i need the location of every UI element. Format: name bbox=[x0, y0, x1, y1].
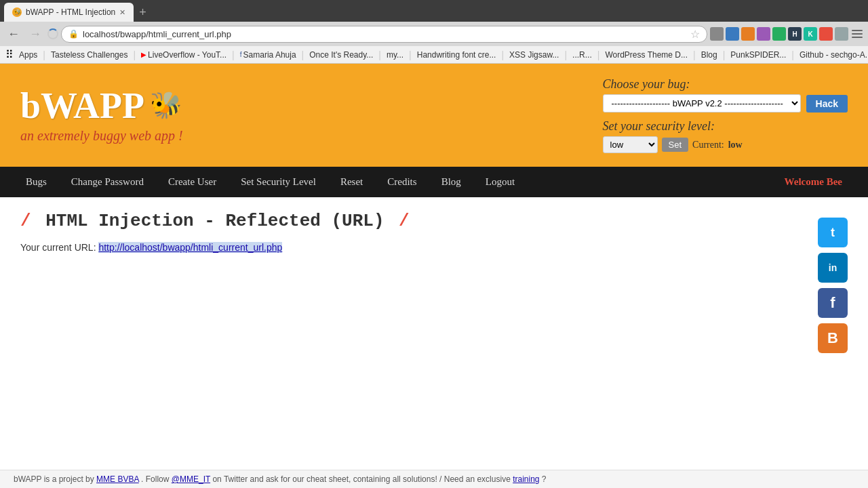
set-button[interactable]: Set bbox=[662, 138, 689, 152]
bm-sep-5: | bbox=[378, 49, 381, 60]
extension-icon-5[interactable] bbox=[772, 27, 786, 41]
footer: bWAPP is a project by MME BVBA . Follow … bbox=[0, 470, 868, 488]
linkedin-button[interactable]: in bbox=[818, 253, 848, 283]
bookmarks-bar: ⠿ Apps | Tasteless Challenges | ▶ LiveOv… bbox=[0, 46, 868, 64]
footer-twitter-link[interactable]: @MME_IT bbox=[172, 474, 210, 484]
bm-sep-6: | bbox=[409, 49, 412, 60]
bm-xss[interactable]: XSS Jigsaw... bbox=[509, 50, 559, 60]
extension-icon-9[interactable] bbox=[835, 27, 848, 41]
current-value: low bbox=[728, 140, 743, 150]
hack-button[interactable]: Hack bbox=[806, 95, 848, 113]
bm-sep-12: | bbox=[791, 49, 794, 60]
nav-menu: Bugs Change Password Create User Set Sec… bbox=[0, 167, 868, 197]
title-slash-1: / bbox=[20, 211, 31, 231]
blogger-icon: B bbox=[827, 329, 838, 347]
extension-icon-6[interactable]: H bbox=[788, 27, 802, 41]
url-info: Your current URL: http://localhost/bwapp… bbox=[20, 242, 804, 253]
page-title: / HTML Injection - Reflected (URL) / bbox=[20, 211, 804, 231]
footer-text-after: on Twitter and ask for our cheat sheet, … bbox=[212, 474, 510, 484]
nav-logout[interactable]: Logout bbox=[473, 167, 527, 197]
tab-close-icon[interactable]: ✕ bbox=[119, 8, 125, 17]
nav-bugs[interactable]: Bugs bbox=[14, 167, 59, 197]
new-tab-button[interactable]: + bbox=[134, 5, 152, 20]
blogger-button[interactable]: B bbox=[818, 323, 848, 353]
extension-icon-8[interactable] bbox=[819, 27, 833, 41]
facebook-icon: f bbox=[830, 294, 835, 312]
forward-button[interactable]: → bbox=[26, 26, 45, 43]
bm-sep-9: | bbox=[597, 49, 600, 60]
footer-text-middle: . Follow bbox=[141, 474, 172, 484]
tab-title: bWAPP - HTML Injection bbox=[26, 7, 115, 17]
apps-label[interactable]: Apps bbox=[19, 50, 37, 60]
bm-r[interactable]: ...R... bbox=[572, 50, 592, 60]
tab-favicon: 🐝 bbox=[12, 7, 22, 17]
footer-training-link[interactable]: training bbox=[513, 474, 539, 484]
nav-change-password[interactable]: Change Password bbox=[59, 167, 156, 197]
nav-blog[interactable]: Blog bbox=[429, 167, 473, 197]
active-tab[interactable]: 🐝 bWAPP - HTML Injection ✕ bbox=[4, 3, 134, 22]
security-section: Set your security level: low medium high… bbox=[603, 119, 743, 153]
bm-sep-3: | bbox=[232, 49, 235, 60]
bm-blog[interactable]: Blog bbox=[701, 50, 717, 60]
bug-select[interactable]: -------------------- bWAPP v2.2 --------… bbox=[603, 94, 801, 113]
bm-github[interactable]: Github - sechgo-A... bbox=[800, 50, 868, 60]
url-label: Your current URL: bbox=[20, 242, 96, 253]
footer-text-end: ? bbox=[542, 474, 547, 484]
content-area: / HTML Injection - Reflected (URL) / You… bbox=[20, 211, 804, 373]
url-lock-icon: 🔒 bbox=[68, 29, 79, 39]
title-text: HTML Injection - Reflected (URL) bbox=[45, 211, 384, 231]
loading-spinner bbox=[47, 28, 58, 39]
apps-icon[interactable]: ⠿ bbox=[5, 48, 14, 61]
url-bar[interactable]: 🔒 ☆ bbox=[61, 26, 707, 43]
bm-sep-10: | bbox=[693, 49, 696, 60]
bm-hw[interactable]: Handwriting font cre... bbox=[417, 50, 496, 60]
nav-set-security-level[interactable]: Set Security Level bbox=[229, 167, 328, 197]
bm-once[interactable]: Once It's Ready... bbox=[309, 50, 373, 60]
extension-icon-2[interactable] bbox=[726, 27, 739, 41]
bm-sep-1: | bbox=[43, 49, 45, 60]
current-url-link[interactable]: http://localhost/bwapp/htmli_current_url… bbox=[98, 242, 282, 253]
security-select[interactable]: low medium high bbox=[603, 136, 658, 153]
choose-bug-section: Choose your bug: -------------------- bW… bbox=[603, 77, 848, 113]
title-slash-2: / bbox=[399, 211, 410, 231]
header-logo-row: bWAPP 🐝 bbox=[20, 87, 183, 124]
bm-sep-8: | bbox=[564, 49, 567, 60]
header-right: Choose your bug: -------------------- bW… bbox=[603, 77, 848, 153]
twitter-icon: t bbox=[831, 226, 835, 240]
bee-emoji: 🐝 bbox=[150, 90, 182, 120]
footer-text-before: bWAPP is a project by bbox=[14, 474, 96, 484]
bm-live[interactable]: ▶ LiveOverflow - YouT... bbox=[141, 50, 226, 60]
back-button[interactable]: ← bbox=[4, 26, 23, 43]
bm-sep-7: | bbox=[501, 49, 504, 60]
current-label: Current: bbox=[692, 140, 724, 150]
extension-icon-3[interactable] bbox=[741, 27, 755, 41]
extension-icon-4[interactable] bbox=[757, 27, 770, 41]
bm-samaria[interactable]: f Samaria Ahuja bbox=[240, 50, 296, 60]
bm-my[interactable]: my... bbox=[387, 50, 403, 60]
bm-wp[interactable]: WordPress Theme D... bbox=[605, 50, 688, 60]
bm-punk[interactable]: PunkSPIDER... bbox=[730, 50, 786, 60]
facebook-button[interactable]: f bbox=[818, 288, 848, 318]
footer-author-link[interactable]: MME BVBA bbox=[96, 474, 139, 484]
extension-icon-7[interactable]: K bbox=[804, 27, 817, 41]
nav-create-user[interactable]: Create User bbox=[156, 167, 229, 197]
twitter-button[interactable]: t bbox=[818, 218, 848, 247]
security-row: low medium high Set Current: low bbox=[603, 136, 743, 153]
menu-icon[interactable] bbox=[850, 27, 864, 41]
bookmark-star-icon[interactable]: ☆ bbox=[690, 28, 700, 41]
tab-bar: 🐝 bWAPP - HTML Injection ✕ + bbox=[0, 0, 868, 22]
logo-subtitle: an extremely buggy web app ! bbox=[20, 128, 183, 144]
page-wrapper: bWAPP 🐝 an extremely buggy web app ! Cho… bbox=[0, 64, 868, 387]
main-content: / HTML Injection - Reflected (URL) / You… bbox=[0, 197, 868, 387]
nav-credits[interactable]: Credits bbox=[375, 167, 429, 197]
bm-tasteless[interactable]: Tasteless Challenges bbox=[51, 50, 127, 60]
linkedin-icon: in bbox=[829, 262, 837, 273]
security-label: Set your security level: bbox=[603, 119, 743, 134]
bm-sep-4: | bbox=[302, 49, 304, 60]
logo-area: bWAPP 🐝 an extremely buggy web app ! bbox=[20, 87, 183, 144]
extension-icon-1[interactable] bbox=[710, 27, 724, 41]
nav-welcome: Welcome Bee bbox=[772, 167, 854, 197]
choose-bug-label: Choose your bug: bbox=[603, 77, 848, 92]
nav-reset[interactable]: Reset bbox=[328, 167, 375, 197]
url-input[interactable] bbox=[83, 29, 686, 39]
